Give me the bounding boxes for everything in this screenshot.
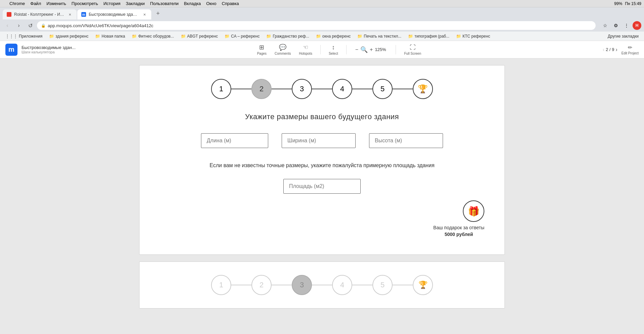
menu-bookmarks[interactable]: Закладки bbox=[126, 1, 145, 6]
back-button[interactable]: ‹ bbox=[3, 21, 12, 30]
folder-icon-10: 📁 bbox=[456, 34, 461, 39]
menu-tab[interactable]: Вкладка bbox=[184, 1, 201, 6]
fullscreen-tool[interactable]: ⛶ Full Screen bbox=[404, 44, 421, 55]
prev-page-button[interactable]: ‹ bbox=[603, 47, 604, 53]
menu-chrome[interactable]: Chrome bbox=[9, 1, 25, 6]
next-page-button[interactable]: › bbox=[616, 47, 617, 53]
hotspots-icon: ☜ bbox=[303, 44, 308, 51]
breadcrumb-subtitle: Шаги калькулятора bbox=[22, 50, 76, 54]
page-current: 2 bbox=[606, 47, 608, 52]
bookmark-print[interactable]: 📁Печать на текстил... bbox=[355, 33, 404, 39]
width-input[interactable] bbox=[282, 133, 356, 148]
comments-label: Comments bbox=[275, 52, 291, 55]
menu-history[interactable]: История bbox=[104, 1, 120, 6]
bottom-step-indicator: 1 2 3 4 5 🏆 bbox=[211, 275, 433, 295]
toolbar-separator-2 bbox=[346, 45, 347, 54]
step-4-circle[interactable]: 4 bbox=[332, 79, 352, 99]
step-5-circle[interactable]: 5 bbox=[372, 79, 393, 99]
tab-close-roistat[interactable]: ✕ bbox=[67, 12, 73, 17]
tab-title-moqups: Быстровозводимые здания ( bbox=[89, 12, 139, 17]
edit-project-button[interactable]: ✏ Edit Project bbox=[621, 44, 639, 55]
bookmark-abgt[interactable]: 📁ABGT референс bbox=[178, 33, 221, 39]
step-trophy-circle[interactable]: 🏆 bbox=[413, 79, 433, 99]
step-2-circle[interactable]: 2 bbox=[251, 79, 272, 99]
gift-section: 🎁 Ваш подарок за ответы 5000 рублей bbox=[160, 200, 484, 238]
step-2-label: 2 bbox=[259, 85, 264, 93]
trophy-icon: 🏆 bbox=[418, 84, 428, 94]
bottom-step-2: 2 bbox=[251, 275, 272, 295]
menu-view[interactable]: Просмотреть bbox=[72, 1, 98, 6]
step-1-circle[interactable]: 1 bbox=[211, 79, 231, 99]
toolbar-separator-1 bbox=[320, 45, 321, 54]
step-line-2 bbox=[272, 89, 292, 89]
gift-line1: Ваш подарок за ответы bbox=[433, 225, 484, 230]
height-input[interactable] bbox=[369, 133, 443, 148]
step-line-1 bbox=[231, 89, 251, 89]
select-tool[interactable]: ↕ Select bbox=[329, 44, 338, 55]
wireframe-card-bottom: 1 2 3 4 5 🏆 bbox=[139, 261, 505, 308]
bookmark-kts[interactable]: 📁КТС референс bbox=[453, 33, 493, 39]
bookmark-typo[interactable]: 📁типография (раб... bbox=[405, 33, 452, 39]
bookmark-citizenship[interactable]: 📁Гражданство реф... bbox=[264, 33, 312, 39]
folder-icon-7: 📁 bbox=[316, 34, 321, 39]
address-text: app.moqups.com/VNdAcUe6TK/view/page/a604… bbox=[48, 23, 153, 28]
tab-moqups[interactable]: m Быстровозводимые здания ( ✕ bbox=[77, 9, 151, 19]
macos-menubar: Chrome Файл Изменить Просмотреть История… bbox=[0, 0, 644, 7]
menu-dots-icon[interactable]: ⋮ bbox=[622, 21, 631, 30]
extensions-icon[interactable]: ⚙ bbox=[611, 21, 620, 30]
tab-favicon-moqups: m bbox=[81, 12, 86, 17]
menu-edit[interactable]: Изменить bbox=[46, 1, 66, 6]
edit-project-label: Edit Project bbox=[621, 51, 639, 55]
step-3-circle[interactable]: 3 bbox=[292, 79, 312, 99]
bookmark-buildings[interactable]: 📁здания референс bbox=[46, 33, 91, 39]
tab-roistat[interactable]: Roistat - Коллтрекинг - Исто... ✕ bbox=[3, 9, 77, 19]
comments-tool[interactable]: 💬 Comments bbox=[275, 44, 291, 55]
menu-users[interactable]: Пользователи bbox=[150, 1, 178, 6]
bookmark-star-icon[interactable]: ☆ bbox=[600, 21, 610, 30]
select-icon: ↕ bbox=[332, 44, 335, 51]
length-input[interactable] bbox=[201, 133, 268, 148]
folder-icon-8: 📁 bbox=[357, 34, 362, 39]
bookmark-ca[interactable]: 📁CA – референс bbox=[222, 33, 262, 39]
tab-close-moqups[interactable]: ✕ bbox=[142, 12, 147, 17]
bookmark-new-folder[interactable]: 📁Новая папка bbox=[92, 33, 128, 39]
bookmark-apps[interactable]: ⋮⋮⋮Приложения bbox=[3, 33, 45, 39]
gift-line2: 5000 рублей bbox=[445, 232, 473, 237]
bookmark-fitness[interactable]: 📁Фитнес оборудов... bbox=[129, 33, 176, 39]
step-line-4 bbox=[352, 89, 372, 89]
fullscreen-label: Full Screen bbox=[404, 52, 421, 55]
bottom-step-line-5 bbox=[393, 285, 413, 285]
toolbar-center: ⊞ Pages 💬 Comments ☜ Hotspots ↕ Select −… bbox=[76, 44, 603, 55]
menu-file[interactable]: Файл bbox=[30, 1, 41, 6]
page-indicator: 2 / 9 bbox=[606, 47, 614, 52]
step-line-3 bbox=[312, 89, 332, 89]
bookmark-other[interactable]: Другие закладки bbox=[605, 33, 641, 39]
step-indicator: 1 2 3 4 5 🏆 bbox=[160, 79, 484, 99]
gift-text: Ваш подарок за ответы 5000 рублей bbox=[433, 225, 484, 238]
step-5-label: 5 bbox=[380, 85, 385, 93]
hotspots-tool[interactable]: ☜ Hotspots bbox=[299, 44, 312, 55]
address-bar[interactable]: 🔒 app.moqups.com/VNdAcUe6TK/view/page/a6… bbox=[37, 21, 596, 30]
dimensions-input-row bbox=[160, 133, 484, 148]
area-input-row bbox=[160, 179, 484, 194]
reload-button[interactable]: ↺ bbox=[26, 21, 35, 30]
form-title: Укажите размеры вашего будущего здания bbox=[160, 112, 484, 121]
new-tab-button[interactable]: + bbox=[153, 9, 163, 18]
forward-button[interactable]: › bbox=[14, 21, 24, 30]
menu-window[interactable]: Окно bbox=[206, 1, 216, 6]
breadcrumb-title: Быстровозводимые здан... bbox=[22, 45, 76, 50]
select-label: Select bbox=[329, 52, 338, 55]
bookmark-windows[interactable]: 📁окна референс bbox=[313, 33, 353, 39]
pages-tool[interactable]: ⊞ Pages bbox=[257, 44, 267, 55]
app-toolbar: m Быстровозводимые здан... Шаги калькуля… bbox=[0, 41, 644, 58]
zoom-in-button[interactable]: + bbox=[369, 47, 373, 53]
bottom-step-1: 1 bbox=[211, 275, 231, 295]
profile-icon[interactable]: H bbox=[633, 21, 641, 30]
zoom-out-button[interactable]: − bbox=[355, 47, 359, 53]
menu-help[interactable]: Справка bbox=[222, 1, 239, 6]
bottom-step-line-4 bbox=[352, 285, 372, 285]
folder-icon-5: 📁 bbox=[225, 34, 230, 39]
toolbar-zoom: − 🔍 + 125% bbox=[355, 46, 388, 53]
area-input[interactable] bbox=[283, 179, 361, 194]
folder-icon-9: 📁 bbox=[408, 34, 413, 39]
